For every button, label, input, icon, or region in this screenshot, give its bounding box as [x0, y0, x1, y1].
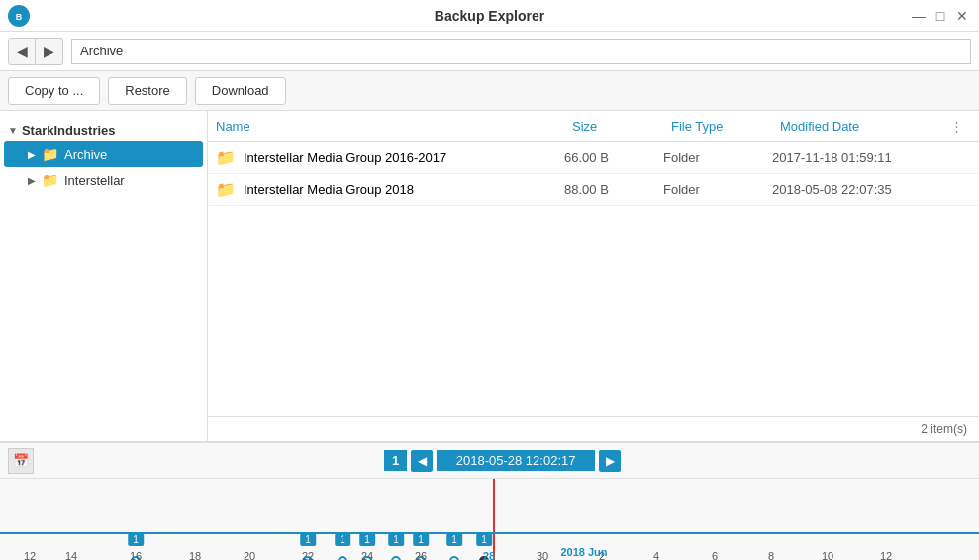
- action-bar: Copy to ... Restore Download: [0, 71, 979, 111]
- file-list: Name Size File Type Modified Date ⋮ 📁 In…: [208, 111, 979, 441]
- timeline-toolbar: 📅 1 ◀ 2018-05-28 12:02:17 ▶: [0, 443, 979, 479]
- chevron-right-icon2: ▶: [28, 175, 36, 186]
- titlebar-left: B: [8, 5, 30, 27]
- file-name: Interstellar Media Group 2016-2017: [244, 150, 446, 165]
- file-type: Folder: [663, 150, 772, 165]
- chevron-down-icon: ▼: [8, 125, 18, 136]
- minimize-button[interactable]: —: [910, 7, 928, 25]
- timeline-next-button[interactable]: ▶: [599, 450, 621, 472]
- col-header-name[interactable]: Name: [208, 119, 564, 134]
- timeline-scale-label: 20: [244, 550, 255, 560]
- col-more-icon[interactable]: ⋮: [950, 119, 970, 134]
- file-size: 88.00 B: [564, 182, 663, 197]
- timeline-scale-label: 12: [880, 550, 892, 560]
- timeline-badge: 1: [335, 533, 350, 546]
- file-date: 2018-05-08 22:07:35: [772, 182, 950, 197]
- timeline-calendar-icon[interactable]: 📅: [8, 448, 34, 474]
- chevron-right-icon: ▶: [28, 149, 36, 160]
- timeline-badge: 1: [300, 533, 316, 546]
- timeline-badge: 1: [446, 533, 462, 546]
- timeline-date-label: 2018-05-28 12:02:17: [437, 450, 595, 471]
- restore-button[interactable]: Restore: [108, 77, 187, 105]
- folder-icon-yellow: 📁: [216, 148, 236, 167]
- path-input[interactable]: [71, 39, 971, 64]
- sidebar-item-interstellar[interactable]: ▶ 📁 Interstellar: [0, 167, 207, 193]
- timeline-dot[interactable]: [338, 556, 347, 560]
- close-button[interactable]: ✕: [953, 7, 971, 25]
- main-content: ▼ StarkIndustries ▶ 📁 Archive ▶ 📁 Inters…: [0, 111, 979, 441]
- timeline-badge: 1: [388, 533, 404, 546]
- sidebar-root-label: StarkIndustries: [22, 123, 116, 138]
- sidebar-item-archive-label: Archive: [64, 147, 107, 162]
- timeline-badge: 1: [413, 533, 429, 546]
- timeline-scale-label: 4: [653, 550, 659, 560]
- sidebar-item-interstellar-label: Interstellar: [64, 173, 125, 188]
- file-type: Folder: [663, 182, 772, 197]
- title-bar: B Backup Explorer — □ ✕: [0, 0, 979, 32]
- maximize-button[interactable]: □: [931, 7, 949, 25]
- timeline-scale-label: 10: [822, 550, 833, 560]
- timeline-scale-label: 22: [302, 550, 314, 560]
- timeline-red-marker: [493, 479, 495, 560]
- filelist-footer: 2 item(s): [208, 416, 979, 441]
- timeline-count-badge: 1: [384, 450, 407, 471]
- timeline-badge: 1: [128, 533, 144, 546]
- table-row[interactable]: 📁 Interstellar Media Group 2018 88.00 B …: [208, 174, 979, 206]
- timeline-dot[interactable]: [391, 556, 401, 560]
- col-header-size[interactable]: Size: [564, 119, 663, 134]
- back-button[interactable]: ◀: [8, 38, 36, 65]
- timeline-nav: 1 ◀ 2018-05-28 12:02:17 ▶: [384, 450, 621, 472]
- timeline-scale-label: 14: [65, 550, 77, 560]
- svg-text:B: B: [16, 12, 23, 22]
- folder-icon-yellow2: 📁: [216, 180, 236, 199]
- timeline-scale: 11111111 1214161820222426283024681012 20…: [0, 479, 979, 560]
- app-icon: B: [8, 5, 30, 27]
- sidebar-item-archive[interactable]: ▶ 📁 Archive: [4, 141, 203, 167]
- timeline: 📅 1 ◀ 2018-05-28 12:02:17 ▶ 11111111 121…: [0, 441, 979, 560]
- timeline-prev-button[interactable]: ◀: [411, 450, 433, 472]
- sidebar-root[interactable]: ▼ StarkIndustries: [0, 119, 207, 141]
- timeline-dot[interactable]: [449, 556, 459, 560]
- filelist-body: 📁 Interstellar Media Group 2016-2017 66.…: [208, 142, 979, 416]
- sidebar: ▼ StarkIndustries ▶ 📁 Archive ▶ 📁 Inters…: [0, 111, 208, 441]
- timeline-badge: 1: [476, 533, 492, 546]
- download-button[interactable]: Download: [195, 77, 286, 105]
- file-name-cell: 📁 Interstellar Media Group 2016-2017: [208, 148, 564, 167]
- timeline-scale-label: 26: [415, 550, 427, 560]
- window-controls: — □ ✕: [910, 7, 971, 25]
- timeline-scale-label: 6: [712, 550, 718, 560]
- col-header-type[interactable]: File Type: [663, 119, 772, 134]
- file-date: 2017-11-18 01:59:11: [772, 150, 950, 165]
- file-name: Interstellar Media Group 2018: [244, 182, 414, 197]
- item-count: 2 item(s): [921, 422, 967, 436]
- file-size: 66.00 B: [564, 150, 663, 165]
- file-name-cell: 📁 Interstellar Media Group 2018: [208, 180, 564, 199]
- copy-to-button[interactable]: Copy to ...: [8, 77, 100, 105]
- timeline-scale-label: 12: [24, 550, 36, 560]
- table-row[interactable]: 📁 Interstellar Media Group 2016-2017 66.…: [208, 142, 979, 174]
- forward-button[interactable]: ▶: [36, 38, 63, 65]
- timeline-scale-label: 8: [768, 550, 774, 560]
- timeline-scale-label: 16: [130, 550, 142, 560]
- toolbar: ◀ ▶: [0, 32, 979, 71]
- folder-icon: 📁: [42, 146, 58, 162]
- timeline-scale-label: 24: [361, 550, 373, 560]
- filelist-header: Name Size File Type Modified Date ⋮: [208, 111, 979, 142]
- timeline-scale-label: 18: [189, 550, 201, 560]
- folder-icon2: 📁: [42, 172, 58, 188]
- timeline-scale-label: 28: [483, 550, 495, 560]
- timeline-scale-label: 30: [537, 550, 548, 560]
- timeline-month-label: 2018 Jun: [560, 546, 607, 558]
- timeline-badge: 1: [359, 533, 375, 546]
- col-header-date[interactable]: Modified Date: [772, 119, 950, 134]
- app-title: Backup Explorer: [435, 8, 544, 24]
